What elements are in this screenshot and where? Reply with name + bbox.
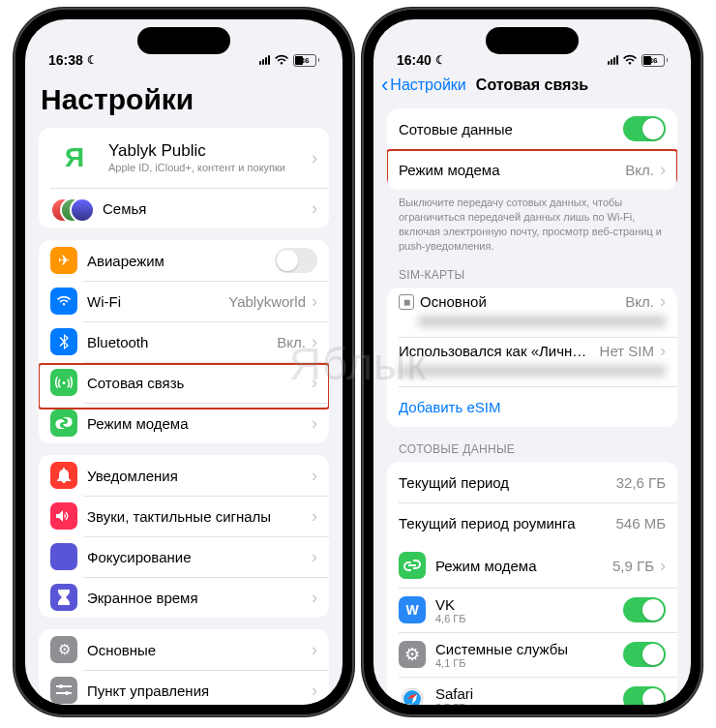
- roaming-period-row[interactable]: Текущий период роуминга 546 МБ: [387, 502, 677, 543]
- cellular-signal-icon: [259, 55, 270, 65]
- current-period-label: Текущий период: [399, 474, 611, 491]
- roaming-period-label: Текущий период роуминга: [399, 515, 610, 531]
- dynamic-island: [486, 27, 579, 54]
- moon-icon: [50, 543, 77, 570]
- wifi-icon: [50, 288, 77, 315]
- bell-icon: [50, 462, 77, 489]
- sim-blurred-detail: [399, 365, 666, 377]
- app-icon: [399, 685, 426, 705]
- app-name: Режим модема5,9 ГБ: [435, 558, 607, 574]
- current-period-row[interactable]: Текущий период 32,6 ГБ: [387, 462, 677, 502]
- app-usage-row[interactable]: ⚙Системные службы4,1 ГБ: [387, 632, 677, 677]
- phone-left: 16:38 ☾ 36 Настройки Я: [14, 8, 354, 716]
- wifi-icon: [274, 54, 289, 66]
- bluetooth-label: Bluetooth: [87, 334, 271, 350]
- wifi-row[interactable]: Wi-Fi Yablykworld ›: [39, 281, 329, 321]
- sim-primary-label: Основной: [420, 293, 619, 310]
- focus-row[interactable]: Фокусирование ›: [39, 536, 329, 577]
- airplane-label: Авиарежим: [87, 253, 275, 269]
- notifications-label: Уведомления: [87, 468, 306, 484]
- svg-rect-1: [56, 685, 72, 687]
- general-label: Основные: [87, 642, 306, 658]
- app-data-switch[interactable]: [623, 686, 666, 705]
- cellular-data-label: Сотовые данные: [399, 121, 623, 137]
- sim-personal-row[interactable]: Использовался как «Личный» Нет SIM ›: [387, 337, 677, 386]
- chevron-right-icon: ›: [312, 681, 317, 701]
- app-icon: [399, 552, 426, 579]
- profile-avatar: Я: [50, 134, 99, 182]
- app-usage-row[interactable]: Режим модема5,9 ГБ5,9 ГБ›: [387, 543, 677, 588]
- app-icon: ⚙: [399, 641, 426, 668]
- add-esim-row[interactable]: Добавить eSIM: [387, 386, 677, 427]
- family-row[interactable]: Семья ›: [39, 188, 329, 228]
- hotspot-row[interactable]: Режим модема Вкл. ›: [387, 149, 677, 190]
- notifications-row[interactable]: Уведомления ›: [39, 455, 329, 496]
- cellular-note: Выключите передачу сотовых данных, чтобы…: [373, 190, 691, 253]
- chevron-right-icon: ›: [660, 341, 666, 361]
- sim-primary-row[interactable]: ◼︎ Основной Вкл. ›: [387, 288, 677, 337]
- screentime-row[interactable]: Экранное время ›: [39, 577, 329, 618]
- hotspot-label: Режим модема: [87, 415, 306, 432]
- app-icon: W: [399, 596, 426, 623]
- chevron-right-icon: ›: [312, 148, 317, 168]
- battery-icon: 36: [293, 54, 319, 67]
- sim-personal-label: Использовался как «Личный»: [399, 343, 594, 359]
- airplane-row[interactable]: ✈︎ Авиарежим: [39, 240, 329, 281]
- speaker-icon: [50, 502, 77, 530]
- chevron-right-icon: ›: [312, 506, 317, 527]
- app-usage-row[interactable]: Safari3,5 ГБ: [387, 677, 677, 705]
- bluetooth-icon: [50, 328, 77, 355]
- cellular-row[interactable]: Сотовая связь ›: [39, 362, 329, 403]
- dynamic-island: [137, 27, 230, 54]
- focus-label: Фокусирование: [87, 549, 306, 565]
- app-size-side: 5,9 ГБ: [612, 558, 654, 574]
- chevron-right-icon: ›: [312, 466, 317, 486]
- hotspot-label: Режим модема: [399, 162, 619, 178]
- add-esim-label: Добавить eSIM: [399, 399, 666, 415]
- phone-right: 16:40 ☾ 36 ‹ Настройки: [362, 8, 702, 716]
- control-center-row[interactable]: Пункт управления ›: [39, 670, 329, 705]
- chevron-right-icon: ›: [312, 640, 317, 660]
- control-center-label: Пункт управления: [87, 682, 306, 699]
- general-row[interactable]: ⚙ Основные ›: [39, 629, 329, 670]
- chevron-right-icon: ›: [312, 332, 317, 352]
- dnd-moon-icon: ☾: [87, 53, 98, 67]
- sim-personal-value: Нет SIM: [600, 343, 654, 359]
- app-name: Системные службы4,1 ГБ: [435, 641, 623, 669]
- profile-row[interactable]: Я Yablyk Public Apple ID, iCloud+, конте…: [39, 128, 329, 188]
- hourglass-icon: [50, 584, 77, 611]
- cellular-data-row[interactable]: Сотовые данные: [387, 108, 677, 149]
- roaming-period-value: 546 МБ: [615, 515, 666, 531]
- bluetooth-value: Вкл.: [277, 334, 306, 350]
- app-usage-row[interactable]: WVK4,6 ГБ: [387, 588, 677, 632]
- data-section-header: СОТОВЫЕ ДАННЫЕ: [373, 427, 691, 460]
- cellular-data-switch[interactable]: [623, 116, 666, 141]
- family-label: Семья: [103, 200, 306, 217]
- chevron-right-icon: ›: [660, 291, 666, 312]
- dnd-moon-icon: ☾: [435, 53, 446, 67]
- chevron-right-icon: ›: [312, 291, 317, 312]
- airplane-icon: ✈︎: [50, 247, 77, 274]
- sim-section-header: SIM-КАРТЫ: [373, 253, 691, 286]
- profile-sub: Apple ID, iCloud+, контент и покупки: [108, 162, 306, 174]
- current-period-value: 32,6 ГБ: [616, 474, 666, 491]
- cellular-icon: [50, 369, 77, 396]
- family-avatars: [50, 195, 93, 222]
- airplane-switch[interactable]: [275, 248, 317, 273]
- app-data-switch[interactable]: [623, 597, 666, 622]
- sim-primary-value: Вкл.: [625, 293, 654, 310]
- app-size: 4,1 ГБ: [435, 657, 623, 669]
- screentime-label: Экранное время: [87, 590, 306, 606]
- chevron-right-icon: ›: [312, 198, 317, 219]
- sim-badge-icon: ◼︎: [399, 294, 414, 310]
- chevron-right-icon: ›: [312, 413, 317, 434]
- nav-title: Сотовая связь: [373, 76, 691, 94]
- hotspot-row[interactable]: Режим модема ›: [39, 403, 329, 443]
- sounds-row[interactable]: Звуки, тактильные сигналы ›: [39, 496, 329, 536]
- bluetooth-row[interactable]: Bluetooth Вкл. ›: [39, 321, 329, 362]
- page-title: Настройки: [25, 66, 343, 124]
- sliders-icon: [50, 677, 77, 704]
- wifi-value: Yablykworld: [228, 293, 306, 310]
- app-data-switch[interactable]: [623, 642, 666, 667]
- chevron-right-icon: ›: [660, 160, 666, 180]
